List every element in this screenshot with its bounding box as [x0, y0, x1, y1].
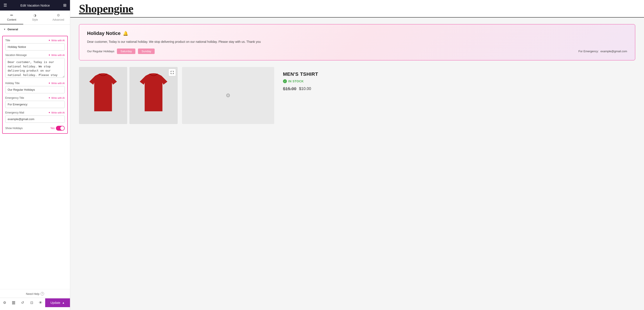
- title-write-ai-btn[interactable]: ✦ Write with AI: [48, 39, 65, 42]
- svg-rect-0: [12, 302, 15, 302]
- vacation-message-input[interactable]: Dear customer, Today is our national hol…: [5, 58, 65, 78]
- show-holidays-label: Show Holidays: [5, 127, 22, 130]
- vacation-write-ai-btn[interactable]: ✦ Write with AI: [48, 54, 65, 57]
- notice-title-row: Holiday Notice 🔔: [87, 31, 627, 36]
- emergency-mail-write-ai-btn[interactable]: ✦ Write with AI: [48, 111, 65, 114]
- panel-footer: Need Help ? ⚙ ↺ ⊡ 👁 Update ▲: [0, 289, 70, 310]
- stock-dot-icon: ✓: [283, 79, 287, 83]
- price-old: $15.00: [283, 86, 296, 91]
- toggle-yes-label: Yes: [50, 127, 54, 130]
- vacation-label-row: Vacation Message ✦ Write with AI: [5, 54, 65, 57]
- svg-rect-3: [12, 301, 15, 302]
- right-panel: Shopengine Holiday Notice 🔔 Dear custome…: [70, 0, 644, 310]
- history-tool[interactable]: ↺: [18, 298, 27, 307]
- panel-title: Edit Vacation Notice: [20, 4, 50, 7]
- chevron-up-icon: ▲: [62, 301, 65, 304]
- holiday-title-write-ai-label: Write with AI: [51, 82, 65, 85]
- emergency-label: For Emergency:: [578, 50, 598, 53]
- panel-header: ☰ Edit Vacation Notice ⊞: [0, 0, 70, 11]
- layers-tool[interactable]: [9, 298, 18, 307]
- title-label-row: Title ✦ Write with AI: [5, 39, 65, 42]
- holiday-title-input[interactable]: [5, 86, 65, 93]
- vacation-message-field-row: Vacation Message ✦ Write with AI Dear cu…: [5, 54, 65, 79]
- product-info: MEN'S TSHIRT ✓ IN STOCK $15.00 $10.00: [278, 67, 635, 96]
- saturday-badge: Saturday: [117, 49, 135, 54]
- tab-content-label: Content: [7, 18, 16, 21]
- vacation-message-label: Vacation Message: [5, 54, 27, 57]
- general-section: Title ✦ Write with AI Vacation Message ✦…: [2, 36, 68, 134]
- general-label: General: [8, 28, 18, 31]
- price-new: $10.00: [299, 87, 311, 91]
- placeholder-icon: ⚙: [226, 92, 230, 99]
- product-image-1: [79, 67, 127, 124]
- tab-style-label: Style: [32, 18, 38, 21]
- vacation-write-ai-label: Write with AI: [51, 54, 65, 57]
- preview-main: Holiday Notice 🔔 Dear customer, Today is…: [70, 18, 644, 131]
- bell-icon: 🔔: [123, 31, 128, 36]
- tab-style[interactable]: ◑ Style: [23, 11, 46, 24]
- product-name: MEN'S TSHIRT: [283, 71, 631, 77]
- update-button[interactable]: Update ▲: [45, 298, 70, 307]
- ai-sparkle-icon-2: ✦: [48, 54, 50, 57]
- stock-text: IN STOCK: [288, 80, 304, 83]
- responsive-tool[interactable]: ⊡: [27, 298, 36, 307]
- title-write-ai-label: Write with AI: [51, 39, 65, 42]
- svg-rect-2: [12, 304, 15, 304]
- emergency-mail-label: Emergency Mail: [5, 111, 24, 114]
- holiday-title-write-ai-btn[interactable]: ✦ Write with AI: [48, 82, 65, 85]
- tab-content[interactable]: ✏ Content: [0, 11, 23, 24]
- emergency-title-label-row: Emergency Title ✦ Write with AI: [5, 96, 65, 99]
- settings-tool[interactable]: ⚙: [0, 298, 9, 307]
- ai-sparkle-icon: ✦: [48, 39, 50, 42]
- need-help[interactable]: Need Help ?: [26, 292, 44, 295]
- emergency-title-write-ai-btn[interactable]: ✦ Write with AI: [48, 96, 65, 99]
- panel-content: ▼ General Title ✦ Write with AI Vacatio: [0, 25, 70, 289]
- hamburger-icon[interactable]: ☰: [4, 3, 7, 8]
- emergency-mail-write-ai-label: Write with AI: [51, 111, 65, 114]
- product-image-2: [130, 67, 178, 124]
- collapse-arrow: ▼: [4, 28, 6, 31]
- update-label: Update: [50, 301, 60, 304]
- grid-icon[interactable]: ⊞: [63, 3, 66, 8]
- notice-bottom-row: Our Regular Holidays Saturday Sunday For…: [87, 49, 627, 54]
- ai-sparkle-icon-4: ✦: [48, 96, 50, 99]
- emergency-title-field-row: Emergency Title ✦ Write with AI: [5, 96, 65, 108]
- emergency-title-label: Emergency Title: [5, 96, 24, 99]
- emergency-title-input[interactable]: [5, 101, 65, 108]
- product-section: ⚙ MEN'S TSHIRT ✓ IN STOCK $15.00 $10.00: [79, 67, 635, 124]
- left-panel: ☰ Edit Vacation Notice ⊞ ✏ Content ◑ Sty…: [0, 0, 70, 310]
- general-section-header[interactable]: ▼ General: [0, 25, 70, 34]
- in-stock-row: ✓ IN STOCK: [283, 79, 631, 83]
- svg-rect-1: [12, 303, 15, 303]
- tab-advanced[interactable]: ⚙ Advanced: [47, 11, 70, 24]
- resize-handle[interactable]: [69, 0, 71, 310]
- emergency-title-write-ai-label: Write with AI: [51, 97, 65, 99]
- show-holidays-toggle[interactable]: [56, 126, 65, 131]
- ai-sparkle-icon-3: ✦: [48, 82, 50, 85]
- show-holidays-row: Show Holidays Yes: [5, 126, 65, 131]
- title-field-row: Title ✦ Write with AI: [5, 39, 65, 51]
- emergency-mail-field-row: Emergency Mail ✦ Write with AI: [5, 111, 65, 123]
- help-icon: ?: [40, 292, 44, 295]
- need-help-label: Need Help: [26, 292, 39, 295]
- preview-tool[interactable]: 👁: [36, 298, 45, 307]
- notice-message: Dear customer, Today is our national hol…: [87, 39, 627, 44]
- toggle-wrapper: Yes: [50, 126, 65, 131]
- expand-button[interactable]: [168, 69, 176, 76]
- advanced-icon: ⚙: [57, 13, 60, 17]
- price-row: $15.00 $10.00: [283, 86, 631, 91]
- edit-icon: ✏: [10, 13, 13, 17]
- holiday-title-label: Holiday Title: [5, 82, 20, 85]
- style-icon: ◑: [33, 13, 36, 17]
- holiday-title-field-row: Holiday Title ✦ Write with AI: [5, 82, 65, 93]
- emergency-mail-label-row: Emergency Mail ✦ Write with AI: [5, 111, 65, 114]
- title-input[interactable]: [5, 43, 65, 51]
- sunday-badge: Sunday: [138, 49, 155, 54]
- panel-tabs: ✏ Content ◑ Style ⚙ Advanced: [0, 11, 70, 25]
- holiday-label: Our Regular Holidays: [87, 50, 114, 53]
- emergency-mail-input[interactable]: [5, 116, 65, 123]
- preview-header: Shopengine: [70, 0, 644, 18]
- title-label: Title: [5, 39, 10, 42]
- holidays-left: Our Regular Holidays Saturday Sunday: [87, 49, 155, 54]
- product-images: [79, 67, 178, 124]
